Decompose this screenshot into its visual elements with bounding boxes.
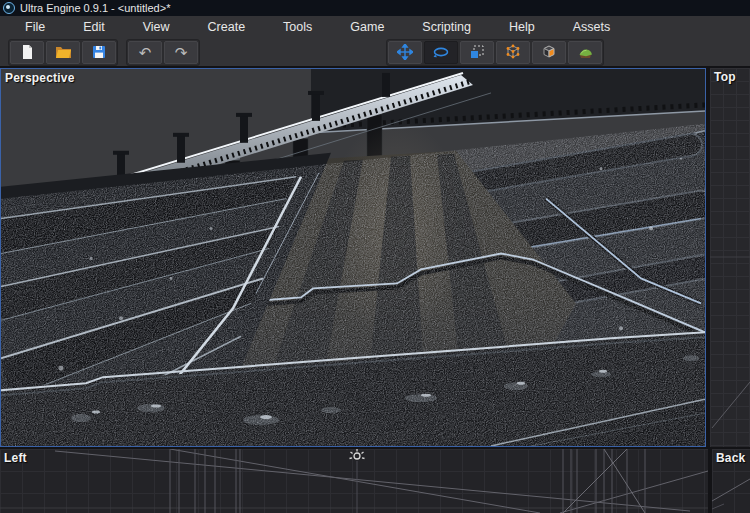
undo-button[interactable]: ↶ bbox=[128, 41, 162, 64]
window-title: Ultra Engine 0.9.1 - <untitled>* bbox=[20, 2, 170, 14]
viewport-top[interactable]: Top bbox=[710, 68, 750, 447]
solid-cube-tool-button[interactable] bbox=[532, 41, 566, 64]
menu-edit[interactable]: Edit bbox=[64, 16, 124, 38]
move-icon bbox=[397, 44, 413, 60]
viewport-label-back: Back bbox=[716, 451, 746, 465]
menubar: File Edit View Create Tools Game Scripti… bbox=[0, 16, 750, 38]
move-tool-button[interactable] bbox=[388, 41, 422, 64]
vertex-cube-tool-button[interactable] bbox=[496, 41, 530, 64]
solid-cube-icon bbox=[541, 44, 557, 60]
titlebar: Ultra Engine 0.9.1 - <untitled>* bbox=[0, 0, 750, 16]
menu-assets[interactable]: Assets bbox=[554, 16, 630, 38]
rotate-tool-button[interactable] bbox=[424, 41, 458, 64]
left-view-wireframe bbox=[0, 449, 708, 513]
viewport-label-top: Top bbox=[714, 70, 736, 84]
menu-create[interactable]: Create bbox=[189, 16, 265, 38]
app-logo-icon bbox=[3, 2, 15, 14]
save-icon bbox=[91, 44, 107, 60]
new-file-button[interactable] bbox=[10, 41, 44, 64]
file-tool-group bbox=[8, 39, 118, 66]
new-file-icon bbox=[19, 44, 35, 60]
save-button[interactable] bbox=[82, 41, 116, 64]
workspace: Perspective Top bbox=[0, 66, 750, 513]
viewport-back[interactable]: Back bbox=[712, 449, 750, 513]
top-view-wireframe bbox=[710, 68, 750, 447]
rotate-icon bbox=[432, 44, 450, 60]
redo-icon: ↷ bbox=[175, 45, 188, 60]
transform-tool-group bbox=[386, 39, 604, 66]
menu-file[interactable]: File bbox=[6, 16, 64, 38]
viewport-left[interactable]: Left bbox=[0, 449, 708, 513]
menu-scripting[interactable]: Scripting bbox=[403, 16, 490, 38]
menu-view[interactable]: View bbox=[124, 16, 189, 38]
terrain-icon bbox=[577, 44, 594, 60]
viewport-label-perspective: Perspective bbox=[5, 71, 75, 85]
undo-icon: ↶ bbox=[139, 45, 152, 60]
menu-game[interactable]: Game bbox=[331, 16, 403, 38]
redo-button[interactable]: ↷ bbox=[164, 41, 198, 64]
menu-help[interactable]: Help bbox=[490, 16, 554, 38]
toolbar: ↶ ↷ bbox=[0, 38, 750, 66]
viewport-perspective[interactable]: Perspective bbox=[0, 68, 706, 447]
perspective-scene[interactable] bbox=[1, 69, 705, 446]
scale-icon bbox=[469, 44, 485, 60]
scale-tool-button[interactable] bbox=[460, 41, 494, 64]
viewport-label-left: Left bbox=[4, 451, 27, 465]
vertex-cube-icon bbox=[505, 44, 521, 60]
open-button[interactable] bbox=[46, 41, 80, 64]
undo-redo-group: ↶ ↷ bbox=[126, 39, 200, 66]
menu-tools[interactable]: Tools bbox=[264, 16, 331, 38]
light-gizmo-icon bbox=[350, 449, 365, 513]
terrain-tool-button[interactable] bbox=[568, 41, 602, 64]
app-window: Ultra Engine 0.9.1 - <untitled>* File Ed… bbox=[0, 0, 750, 513]
open-folder-icon bbox=[55, 44, 72, 60]
